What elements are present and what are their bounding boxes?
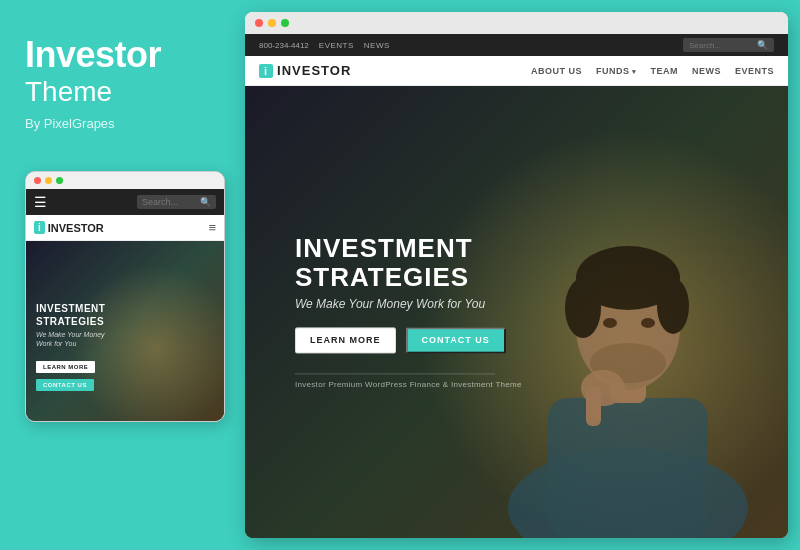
desktop-hero-heading: INVESTMENT STRATEGIES [295,234,522,291]
desktop-hero: INVESTMENT STRATEGIES We Make Your Money… [245,86,788,538]
desktop-hero-buttons: LEARN MORE CONTACT US [295,328,522,354]
svg-point-8 [603,318,617,328]
mobile-hero-tagline: We Make Your Money Work for You [36,330,105,350]
mobile-menu-icon: ≡ [208,220,216,235]
desktop-logo-text: INVESTOR [277,63,351,78]
desktop-top-nav: 800-234-4412 EVENTS NEWS 🔍 [245,34,788,56]
mobile-learn-more-button[interactable]: LEARN MORE [36,361,95,373]
mobile-hero-text: INVESTMENT STRATEGIES We Make Your Money… [36,302,105,392]
mobile-search-icon: 🔍 [200,197,211,207]
desktop-dot-red [255,19,263,27]
mobile-nav-bar: ☰ 🔍 [26,189,224,215]
desktop-hero-caption: Investor Premium WordPress Finance & Inv… [295,381,522,390]
svg-rect-1 [548,398,708,538]
desktop-main-links: ABOUT US FUNDS TEAM NEWS EVENTS [531,66,774,76]
desktop-contact-us-button[interactable]: CONTACT US [406,328,506,354]
desktop-main-nav: i INVESTOR ABOUT US FUNDS TEAM NEWS EVEN… [245,56,788,86]
desktop-hero-person [498,86,758,538]
desktop-phone: 800-234-4412 [259,41,309,50]
by-line: By PixelGrapes [25,116,115,131]
desktop-dot-green [281,19,289,27]
mobile-hamburger-icon: ☰ [34,194,47,210]
mobile-preview: ☰ 🔍 i INVESTOR ≡ INVESTMENT STRATEGIES W… [25,171,225,422]
svg-point-9 [641,318,655,328]
desktop-nav-funds[interactable]: FUNDS [596,66,636,76]
desktop-learn-more-button[interactable]: LEARN MORE [295,328,396,354]
desktop-top-nav-left: 800-234-4412 EVENTS NEWS [259,41,390,50]
desktop-logo: i INVESTOR [259,63,351,78]
mobile-dot-yellow [45,177,52,184]
mobile-hero: INVESTMENT STRATEGIES We Make Your Money… [26,241,224,421]
mobile-logo-text: INVESTOR [48,222,104,234]
brand-subtitle: Theme [25,75,112,109]
mobile-logo-bar: i INVESTOR ≡ [26,215,224,241]
mobile-logo: i INVESTOR [34,221,104,234]
desktop-window-bar [245,12,788,34]
mobile-search-wrap: 🔍 [137,195,216,209]
right-panel: 800-234-4412 EVENTS NEWS 🔍 i INVESTOR AB… [245,0,800,550]
mobile-dot-red [34,177,41,184]
desktop-nav-events[interactable]: EVENTS [735,66,774,76]
mobile-search-input[interactable] [142,197,197,207]
left-panel: Investor Theme By PixelGrapes ☰ 🔍 i INVE… [0,0,245,550]
mobile-window-bar [26,172,224,189]
mobile-contact-us-button[interactable]: CONTACT US [36,379,94,391]
desktop-nav-team[interactable]: TEAM [650,66,678,76]
desktop-nav-about[interactable]: ABOUT US [531,66,582,76]
svg-point-5 [565,278,601,338]
mobile-hero-heading: INVESTMENT STRATEGIES [36,302,105,328]
desktop-nav-news[interactable]: NEWS [692,66,721,76]
desktop-preview: 800-234-4412 EVENTS NEWS 🔍 i INVESTOR AB… [245,12,788,538]
desktop-hero-divider [295,374,495,375]
desktop-dot-yellow [268,19,276,27]
desktop-search-wrap: 🔍 [683,38,774,52]
desktop-search-input[interactable] [689,41,754,50]
desktop-search-icon: 🔍 [757,40,768,50]
desktop-top-nav-events[interactable]: EVENTS [319,41,354,50]
desktop-top-nav-news[interactable]: NEWS [364,41,390,50]
brand-title: Investor [25,35,161,75]
desktop-hero-text-block: INVESTMENT STRATEGIES We Make Your Money… [295,234,522,389]
svg-rect-11 [586,386,601,426]
mobile-logo-i: i [34,221,45,234]
desktop-hero-tagline: We Make Your Money Work for You [295,298,522,312]
mobile-dot-green [56,177,63,184]
svg-point-6 [657,278,689,334]
desktop-logo-i: i [259,64,273,78]
